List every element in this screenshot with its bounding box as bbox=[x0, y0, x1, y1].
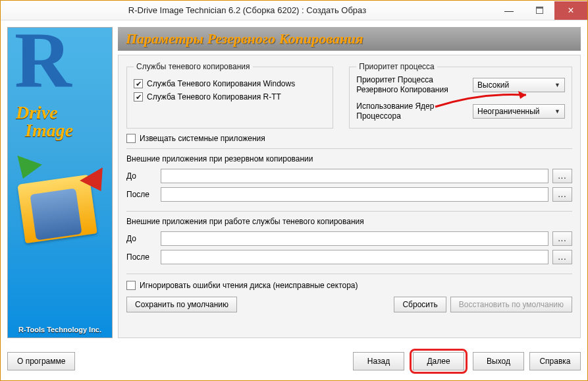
next-button-highlight: Далее bbox=[410, 349, 468, 374]
notify-label: Извещать системные приложения bbox=[140, 134, 265, 143]
ext-backup-before-label: До bbox=[126, 171, 157, 181]
shadow-windows-checkbox[interactable]: ✔ bbox=[134, 79, 143, 88]
shadow-copy-legend: Службы теневого копирования bbox=[134, 62, 253, 71]
ext-backup-before-browse-button[interactable]: ... bbox=[552, 169, 572, 183]
ext-backup-after-label: После bbox=[126, 190, 157, 199]
priority-process-value: Высокий bbox=[477, 80, 509, 90]
priority-legend: Приоритет процесса bbox=[356, 62, 437, 71]
priority-cores-label: Использование Ядер Процессора bbox=[356, 102, 468, 121]
chevron-down-icon: ▼ bbox=[554, 82, 560, 88]
notify-row: Извещать системные приложения bbox=[126, 134, 572, 143]
shadow-rtt-row: ✔ Служба Теневого Копирования R-TT bbox=[134, 92, 326, 102]
ignore-errors-label: Игнорировать ошибки чтения диска (неиспр… bbox=[140, 281, 358, 290]
window-controls: — × bbox=[494, 1, 587, 20]
sidebar: R Drive Image R-Tools Technology Inc. bbox=[7, 27, 113, 338]
priority-process-dropdown[interactable]: Высокий ▼ bbox=[473, 78, 565, 92]
top-settings-row: Службы теневого копирования ✔ Служба Тен… bbox=[126, 62, 572, 129]
main-panel: Параметры Резервного Копирования Службы … bbox=[118, 27, 581, 338]
shadow-windows-row: ✔ Служба Теневого Копирования Windows bbox=[134, 79, 326, 88]
ext-shadow-before-browse-button[interactable]: ... bbox=[552, 231, 572, 246]
priority-cores-dropdown[interactable]: Неограниченный ▼ bbox=[473, 104, 565, 119]
priority-cores-value: Неограниченный bbox=[477, 107, 540, 116]
ext-shadow-before-input[interactable] bbox=[161, 231, 548, 246]
ext-shadow-after-row: После ... bbox=[126, 250, 572, 264]
ext-backup-before-input[interactable] bbox=[161, 169, 548, 183]
bottom-nav-bar: О программе Назад Далее Выход Справка bbox=[1, 345, 587, 380]
ext-backup-after-browse-button[interactable]: ... bbox=[552, 187, 572, 202]
about-button[interactable]: О программе bbox=[7, 352, 75, 370]
restore-defaults-button[interactable]: Восстановить по умолчанию bbox=[450, 297, 572, 312]
brand-logo: R Drive Image R-Tools Technology Inc. bbox=[7, 27, 113, 338]
ext-apps-shadow-section: Внешние приложения при работе службы тен… bbox=[126, 211, 572, 268]
shadow-rtt-checkbox[interactable]: ✔ bbox=[134, 92, 143, 102]
ext-backup-after-input[interactable] bbox=[161, 187, 548, 202]
ignore-errors-row: Игнорировать ошибки чтения диска (неиспр… bbox=[126, 274, 572, 290]
ext-shadow-after-browse-button[interactable]: ... bbox=[552, 250, 572, 264]
brand-text: Drive Image bbox=[16, 104, 73, 139]
shadow-rtt-label: Служба Теневого Копирования R-TT bbox=[147, 92, 281, 102]
window-body: R Drive Image R-Tools Technology Inc. Па… bbox=[1, 20, 587, 345]
minimize-button[interactable]: — bbox=[494, 1, 524, 20]
next-button[interactable]: Далее bbox=[413, 352, 464, 370]
shadow-windows-label: Служба Теневого Копирования Windows bbox=[147, 79, 295, 88]
green-arrow-icon bbox=[11, 156, 42, 183]
logo-r-icon: R bbox=[14, 27, 72, 100]
ext-shadow-after-input[interactable] bbox=[161, 250, 548, 264]
ext-shadow-before-label: До bbox=[126, 234, 157, 243]
content-area: Службы теневого копирования ✔ Служба Тен… bbox=[118, 55, 581, 338]
back-button[interactable]: Назад bbox=[353, 352, 404, 370]
notify-checkbox[interactable] bbox=[126, 134, 136, 143]
shadow-copy-group: Службы теневого копирования ✔ Служба Тен… bbox=[126, 62, 333, 129]
window-title: R-Drive Image Technician 6.2 (Сборка 620… bbox=[1, 5, 494, 15]
app-window: R-Drive Image Technician 6.2 (Сборка 620… bbox=[0, 0, 588, 381]
ext-shadow-title: Внешние приложения при работе службы тен… bbox=[126, 217, 572, 226]
help-button[interactable]: Справка bbox=[529, 352, 581, 370]
page-title: Параметры Резервного Копирования bbox=[126, 30, 363, 47]
ext-shadow-before-row: До ... bbox=[126, 231, 572, 246]
ext-shadow-after-label: После bbox=[126, 252, 157, 262]
defaults-row: Сохранить по умолчанию Сбросить Восстано… bbox=[126, 297, 572, 312]
ext-backup-title: Внешние приложения при резервном копиров… bbox=[126, 154, 572, 163]
priority-process-label: Приоритет Процесса Резервного Копировани… bbox=[356, 75, 468, 95]
titlebar: R-Drive Image Technician 6.2 (Сборка 620… bbox=[1, 1, 587, 20]
priority-group: Приоритет процесса Приоритет Процесса Ре… bbox=[349, 62, 572, 129]
ignore-errors-checkbox[interactable] bbox=[126, 281, 136, 290]
brand-footer: R-Tools Technology Inc. bbox=[8, 326, 112, 334]
close-button[interactable]: × bbox=[554, 1, 587, 20]
disk-icon bbox=[30, 188, 82, 240]
maximize-button[interactable] bbox=[524, 1, 554, 20]
ext-apps-backup-section: Внешние приложения при резервном копиров… bbox=[126, 148, 572, 206]
save-defaults-button[interactable]: Сохранить по умолчанию bbox=[126, 297, 237, 312]
ext-backup-before-row: До ... bbox=[126, 169, 572, 183]
ext-backup-after-row: После ... bbox=[126, 187, 572, 202]
page-header: Параметры Резервного Копирования bbox=[118, 27, 581, 51]
chevron-down-icon: ▼ bbox=[554, 108, 560, 115]
exit-button[interactable]: Выход bbox=[473, 352, 524, 370]
reset-button[interactable]: Сбросить bbox=[394, 297, 446, 312]
